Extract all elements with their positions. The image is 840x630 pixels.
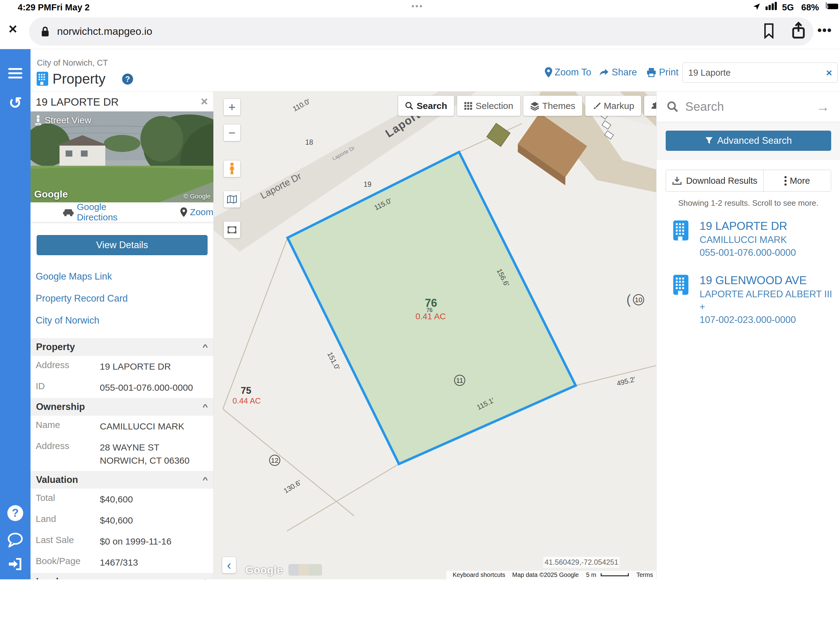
results-search-row[interactable]: Search → [657, 92, 840, 122]
panel-title: 19 LAPORTE DR [36, 96, 119, 108]
zoom-to-link[interactable]: Zoom To [545, 67, 591, 78]
result-owner: CAMILLUCCI MARK [699, 234, 796, 246]
help-badge-icon[interactable]: ? [122, 74, 133, 85]
lock-icon [41, 25, 50, 39]
map-selection-button[interactable]: Selection [457, 96, 520, 116]
result-address: 19 LAPORTE DR [699, 219, 796, 234]
results-search-placeholder[interactable]: Search [685, 100, 810, 114]
share-label: Share [612, 67, 637, 78]
property-sections: Property^ Address19 LAPORTE DR ID055-001… [30, 338, 213, 579]
building-small [487, 123, 510, 147]
sign-in-icon[interactable] [0, 556, 30, 573]
map-themes-button[interactable]: Themes [523, 96, 583, 116]
google-maps-link[interactable]: Google Maps Link [36, 271, 213, 282]
app-title: Property [52, 71, 106, 87]
search-icon [667, 101, 679, 113]
lot-label: 19 [363, 180, 371, 188]
zoom-to-label: Zoom To [554, 67, 591, 78]
download-icon [672, 176, 682, 185]
more-button[interactable]: More [764, 170, 831, 191]
property-panel: 19 LAPORTE DR × [30, 92, 214, 579]
view-details-button[interactable]: View Details [36, 235, 208, 255]
dim-label: 495.2' [616, 375, 636, 387]
submit-search-icon[interactable]: → [816, 99, 830, 114]
google-watermark: Google [245, 564, 283, 576]
zoom-in-button[interactable]: + [224, 99, 240, 115]
help-icon[interactable]: ? [0, 505, 30, 521]
extent-button[interactable] [224, 222, 240, 238]
section-header-property[interactable]: Property^ [30, 338, 213, 356]
map-search-button[interactable]: Search [398, 96, 454, 116]
result-item[interactable]: 19 LAPORTE DR CAMILLUCCI MARK 055-001-07… [673, 219, 840, 259]
chevron-up-icon[interactable]: ^ [202, 475, 208, 484]
section-header-ownership[interactable]: Ownership^ [30, 398, 213, 416]
collapse-panel-button[interactable]: ‹ [222, 557, 236, 573]
row-book-page: Book/Page1467/313 [30, 552, 213, 573]
street-view-overlay[interactable]: Street View [35, 115, 91, 125]
results-actions: Download Results More [666, 170, 831, 192]
browser-bottom-bar: ← → 15 © SmartMLS, Inc. 2025 [0, 579, 840, 630]
pegman-icon [228, 163, 236, 175]
keyboard-shortcuts-link[interactable]: Keyboard shortcuts [453, 572, 505, 578]
bookmark-icon[interactable] [763, 23, 775, 40]
row-land-value: Land$40,600 [30, 510, 213, 531]
multitask-dots-icon[interactable]: ••• [411, 2, 423, 11]
app-sidebar: ↺ ? [0, 49, 30, 579]
people-icon [651, 102, 656, 110]
vertical-dots-icon [785, 176, 786, 186]
app-header: City of Norwich, CT Property ? Zoom To S… [30, 49, 840, 92]
city-of-norwich-link[interactable]: City of Norwich [36, 315, 213, 326]
hamburger-menu-icon[interactable] [0, 68, 30, 80]
chevron-up-icon[interactable]: ^ [202, 343, 208, 351]
date: Fri May 2 [51, 2, 90, 13]
clear-search-icon[interactable]: × [826, 67, 832, 79]
faded-logo [289, 564, 322, 576]
share-link[interactable]: Share [599, 67, 637, 78]
panel-title-row: 19 LAPORTE DR × [30, 92, 213, 111]
url-bar[interactable]: norwichct.mapgeo.io [29, 17, 813, 46]
map-icon [227, 195, 237, 204]
close-tab-icon[interactable]: × [9, 21, 17, 37]
basemap-button[interactable] [224, 191, 240, 208]
map-markup-button[interactable]: Markup [585, 96, 641, 116]
battery-percent: 68% [801, 2, 819, 13]
feedback-chat-icon[interactable] [0, 532, 30, 549]
section-header-valuation[interactable]: Valuation^ [30, 471, 213, 489]
signal-icon [764, 2, 777, 10]
pin-icon [180, 207, 187, 217]
print-link[interactable]: Print [646, 67, 679, 78]
result-parcel-id: 055-001-076.000-0000 [699, 246, 796, 259]
share-icon[interactable] [791, 21, 807, 41]
street-view-image[interactable]: Street View Google © Google [30, 111, 214, 202]
section-header-land[interactable]: Land^ [30, 573, 213, 579]
chevron-up-icon[interactable]: ^ [202, 403, 208, 411]
url-text: norwichct.mapgeo.io [57, 25, 152, 37]
panel-close-icon[interactable]: × [201, 95, 208, 108]
zoom-out-button[interactable]: − [224, 125, 240, 141]
header-search-input[interactable] [688, 68, 826, 78]
row-owner-name: NameCAMILLUCCI MARK [30, 416, 213, 437]
terms-link[interactable]: Terms [636, 572, 653, 578]
brush-icon [592, 102, 601, 110]
advanced-search-button[interactable]: Advanced Search [666, 131, 831, 151]
more-menu-icon[interactable]: ••• [818, 24, 832, 37]
building-icon [673, 273, 689, 296]
parcel-id-label: 75 [241, 385, 251, 396]
dim-label: 130.6' [282, 478, 303, 495]
row-address: Address19 LAPORTE DR [30, 356, 213, 377]
google-credit: © Google [183, 193, 211, 200]
result-address: 19 GLENWOOD AVE [699, 273, 840, 288]
map-drawing: Laporte Dr Laporte Dr Laporte Dr 110.0' … [214, 92, 656, 579]
street-view-links-row: Google Directions Zoom [30, 202, 213, 222]
property-links: Google Maps Link Property Record Card Ci… [30, 255, 213, 326]
google-directions-link[interactable]: Google Directions [63, 202, 145, 223]
map-abutters-button[interactable]: Abutters [644, 96, 656, 116]
map-canvas[interactable]: Laporte Dr Laporte Dr Laporte Dr 110.0' … [214, 92, 656, 579]
download-results-button[interactable]: Download Results [666, 170, 764, 191]
result-item[interactable]: 19 GLENWOOD AVE LAPORTE ALFRED ALBERT II… [673, 273, 840, 326]
pegman-button[interactable] [224, 161, 240, 177]
history-icon[interactable]: ↺ [0, 94, 30, 112]
property-record-card-link[interactable]: Property Record Card [36, 293, 213, 304]
car-icon [63, 208, 74, 217]
zoom-link[interactable]: Zoom [180, 207, 213, 217]
